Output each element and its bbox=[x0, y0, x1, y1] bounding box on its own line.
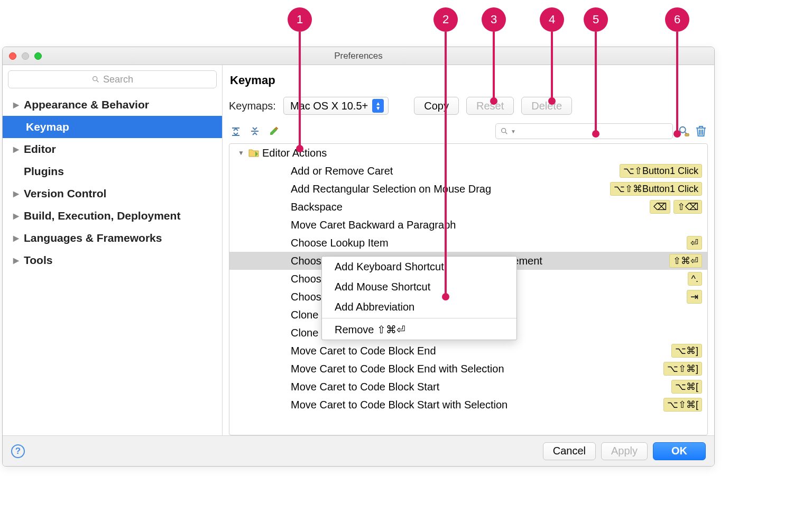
svg-point-7 bbox=[502, 129, 506, 133]
search-placeholder: Search bbox=[103, 74, 133, 85]
shortcut-badge: ⇧⌘⏎ bbox=[669, 254, 702, 268]
disclosure-triangle-icon: ▶ bbox=[12, 256, 20, 264]
tree-action-row[interactable]: Add Rectangular Selection on Mouse Drag⌥… bbox=[229, 180, 707, 198]
svg-line-8 bbox=[505, 132, 507, 134]
sidebar-item-label: Editor bbox=[24, 143, 56, 156]
callout-3: 3 bbox=[482, 7, 506, 32]
tree-action-row[interactable]: Move Caret to Code Block End⌥⌘] bbox=[229, 342, 707, 360]
shortcut-badge: ⌥⇧Button1 Click bbox=[620, 164, 702, 178]
shortcut-badge: ⇧⌫ bbox=[673, 200, 702, 214]
callout-4: 4 bbox=[540, 7, 564, 32]
zoom-window-button[interactable] bbox=[34, 52, 42, 60]
sidebar-item-label: Build, Execution, Deployment bbox=[24, 209, 180, 222]
window-controls bbox=[3, 52, 42, 60]
tree-action-row[interactable]: Move Caret to Code Block Start⌥⌘[ bbox=[229, 378, 707, 396]
sidebar-search-input[interactable]: Search bbox=[8, 70, 217, 88]
sidebar-item-label: Appearance & Behavior bbox=[24, 98, 149, 111]
preferences-sidebar: Search ▶Appearance & BehaviorKeymap▶Edit… bbox=[3, 65, 223, 435]
sidebar-item-editor[interactable]: ▶Editor bbox=[3, 138, 222, 160]
actions-tree[interactable]: ▼Editor ActionsAdd or Remove Caret⌥⇧Butt… bbox=[229, 143, 708, 435]
action-label: Move Caret to Code Block Start with Sele… bbox=[291, 399, 660, 411]
minimize-window-button[interactable] bbox=[22, 52, 29, 60]
search-icon bbox=[91, 75, 100, 84]
folder-label: Editor Actions bbox=[262, 147, 702, 159]
shortcut-badge: ⌫ bbox=[650, 200, 670, 214]
ctx-add-abbreviation[interactable]: Add Abbreviation bbox=[322, 297, 516, 317]
help-button[interactable]: ? bbox=[11, 444, 25, 458]
tree-action-row[interactable]: Add or Remove Caret⌥⇧Button1 Click bbox=[229, 162, 707, 180]
callout-6: 6 bbox=[665, 7, 689, 32]
ctx-remove-shortcut[interactable]: Remove ⇧⌘⏎ bbox=[322, 320, 516, 340]
trash-icon[interactable] bbox=[695, 125, 707, 137]
sidebar-item-build-execution-deployment[interactable]: ▶Build, Execution, Deployment bbox=[3, 205, 222, 227]
svg-line-1 bbox=[97, 80, 98, 82]
action-label: Choose Lookup Item bbox=[291, 237, 684, 249]
callout-5: 5 bbox=[584, 7, 608, 32]
ctx-add-mouse-shortcut[interactable]: Add Mouse Shortcut bbox=[322, 277, 516, 297]
shortcut-badge: ⇥ bbox=[687, 290, 702, 304]
action-label: Move Caret to Code Block End bbox=[291, 345, 668, 357]
preferences-nav: ▶Appearance & BehaviorKeymap▶Editor Plug… bbox=[3, 94, 222, 271]
sidebar-item-label: Languages & Frameworks bbox=[24, 232, 162, 244]
folder-icon bbox=[248, 149, 259, 157]
disclosure-triangle-icon: ▼ bbox=[237, 149, 245, 157]
expand-all-icon[interactable] bbox=[230, 125, 242, 137]
sidebar-item-label: Keymap bbox=[26, 121, 69, 133]
tree-action-row[interactable]: Backspace⌫⇧⌫ bbox=[229, 198, 707, 216]
disclosure-triangle-icon: ▶ bbox=[12, 189, 20, 198]
action-label: Move Caret to Code Block End with Select… bbox=[291, 363, 660, 375]
disclosure-triangle-icon: ▶ bbox=[12, 145, 20, 153]
sidebar-item-tools[interactable]: ▶Tools bbox=[3, 249, 222, 271]
disclosure-triangle-icon: ▶ bbox=[12, 212, 20, 220]
sidebar-item-label: Tools bbox=[24, 254, 52, 267]
context-menu: Add Keyboard Shortcut Add Mouse Shortcut… bbox=[321, 256, 517, 340]
shortcut-badge: ⌥⇧⌘Button1 Click bbox=[610, 182, 702, 196]
shortcut-badge: ⌥⌘] bbox=[671, 344, 702, 358]
sidebar-item-appearance-behavior[interactable]: ▶Appearance & Behavior bbox=[3, 94, 222, 116]
keymaps-label: Keymaps: bbox=[229, 100, 276, 112]
tree-action-row[interactable]: Move Caret Backward a Paragraph bbox=[229, 216, 707, 234]
collapse-all-icon[interactable] bbox=[249, 125, 261, 137]
action-label: Backspace bbox=[291, 201, 647, 213]
tree-action-row[interactable]: Choose Lookup Item⏎ bbox=[229, 234, 707, 252]
action-label: Move Caret Backward a Paragraph bbox=[291, 219, 702, 231]
shortcut-badge: ⌥⇧⌘] bbox=[663, 362, 702, 376]
sidebar-item-plugins[interactable]: Plugins bbox=[3, 160, 222, 183]
disclosure-triangle-icon: ▶ bbox=[12, 234, 20, 242]
close-window-button[interactable] bbox=[9, 52, 16, 60]
callout-1: 1 bbox=[288, 7, 312, 32]
disclosure-triangle-icon: ▶ bbox=[12, 101, 20, 109]
dialog-footer: ? Cancel Apply OK bbox=[3, 435, 714, 466]
sidebar-item-label: Plugins bbox=[24, 165, 64, 178]
callout-2: 2 bbox=[433, 7, 458, 32]
shortcut-badge: ⏎ bbox=[687, 236, 702, 250]
chevron-up-down-icon: ▲▼ bbox=[372, 99, 384, 113]
action-label: Move Caret to Code Block Start bbox=[291, 381, 668, 393]
tree-action-row[interactable]: Move Caret to Code Block Start with Sele… bbox=[229, 396, 707, 414]
edit-icon[interactable] bbox=[268, 125, 280, 137]
apply-button[interactable]: Apply bbox=[601, 442, 648, 460]
sidebar-item-languages-frameworks[interactable]: ▶Languages & Frameworks bbox=[3, 227, 222, 249]
sidebar-item-keymap[interactable]: Keymap bbox=[3, 116, 222, 138]
tree-action-row[interactable]: Move Caret to Code Block End with Select… bbox=[229, 360, 707, 378]
svg-point-0 bbox=[93, 77, 97, 81]
cancel-button[interactable]: Cancel bbox=[543, 442, 596, 460]
shortcut-badge: ⌥⌘[ bbox=[671, 380, 702, 394]
shortcut-badge: ^. bbox=[688, 272, 702, 286]
sidebar-item-label: Version Control bbox=[24, 187, 106, 200]
ctx-add-keyboard-shortcut[interactable]: Add Keyboard Shortcut bbox=[322, 257, 516, 277]
shortcut-badge: ⌥⇧⌘[ bbox=[663, 398, 702, 412]
ok-button[interactable]: OK bbox=[653, 442, 706, 460]
sidebar-item-version-control[interactable]: ▶Version Control bbox=[3, 183, 222, 205]
